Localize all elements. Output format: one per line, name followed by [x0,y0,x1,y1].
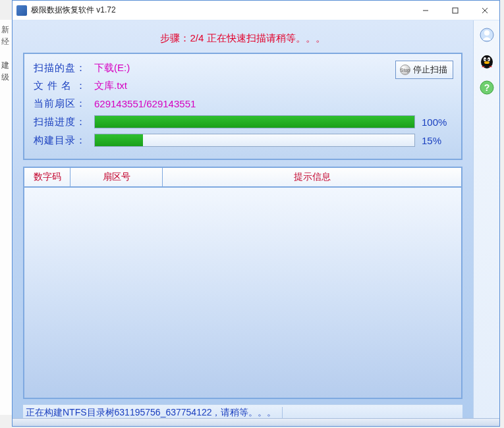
scan-progress-bar [94,115,415,128]
file-value: 文库.txt [94,80,127,92]
col-sector[interactable]: 扇区号 [70,168,163,186]
titlebar[interactable]: 极限数据恢复软件 v1.72 [13,1,499,20]
client-area: 步骤：2/4 正在快速扫描请稍等。。。 Stop 停止扫描 扫描的盘： 下载(E… [13,20,499,426]
file-label: 文 件 名 ： [34,80,94,92]
table-body[interactable] [23,186,462,399]
stop-button-label: 停止扫描 [413,64,447,76]
svg-rect-1 [453,8,458,13]
main-panel: 步骤：2/4 正在快速扫描请稍等。。。 Stop 停止扫描 扫描的盘： 下载(E… [13,20,473,426]
app-icon [16,5,27,16]
help-icon[interactable]: ? [478,78,496,97]
col-message[interactable]: 提示信息 [163,168,461,186]
svg-point-10 [484,59,486,61]
horizontal-scrollbar[interactable] [13,418,499,426]
sector-value: 629143551/629143551 [94,98,196,109]
maximize-button[interactable] [440,1,470,20]
build-dir-label: 构建目录： [34,134,94,147]
background-window-edge: 新 经 建 级 [0,20,13,415]
app-window: 极限数据恢复软件 v1.72 步骤：2/4 正在快速扫描请稍等。。。 Stop … [12,0,500,427]
sector-label: 当前扇区： [34,97,94,110]
close-icon [482,7,488,14]
info-panel: Stop 停止扫描 扫描的盘： 下载(E:) 文 件 名 ： 文库.txt 当前… [23,53,462,160]
sidebar: ? [473,20,499,426]
maximize-icon [452,7,459,14]
disk-value: 下载(E:) [94,62,130,74]
stop-scan-button[interactable]: Stop 停止扫描 [395,61,453,79]
minimize-button[interactable] [410,1,440,20]
row-disk: 扫描的盘： 下载(E:) [34,62,452,74]
scan-progress-pct: 100% [422,117,452,128]
minimize-icon [422,7,429,14]
qq-icon[interactable] [478,52,496,70]
row-file: 文 件 名 ： 文库.txt [34,80,452,92]
row-build-dir: 构建目录： 15% [34,134,452,147]
svg-point-12 [484,61,490,64]
svg-point-5 [484,30,490,36]
close-button[interactable] [470,1,499,20]
status-text: 正在构建NTFS目录树631195756_637754122，请稍等。。。 [26,407,283,419]
table-header: 数字码 扇区号 提示信息 [23,167,462,186]
svg-text:?: ? [484,82,490,93]
home-icon[interactable] [478,26,496,44]
scan-progress-fill [95,116,414,128]
disk-label: 扫描的盘： [34,62,94,74]
build-progress-pct: 15% [422,135,452,146]
window-title: 极限数据恢复软件 v1.72 [31,5,116,16]
col-code[interactable]: 数字码 [24,168,70,186]
row-scan-progress: 扫描进度： 100% [34,115,452,128]
build-progress-bar [94,134,415,147]
svg-point-11 [488,59,489,61]
row-sector: 当前扇区： 629143551/629143551 [34,97,452,110]
scan-progress-label: 扫描进度： [34,116,94,128]
stop-icon: Stop [400,65,410,75]
build-progress-fill [95,134,143,146]
step-label: 步骤：2/4 正在快速扫描请稍等。。。 [23,28,462,53]
